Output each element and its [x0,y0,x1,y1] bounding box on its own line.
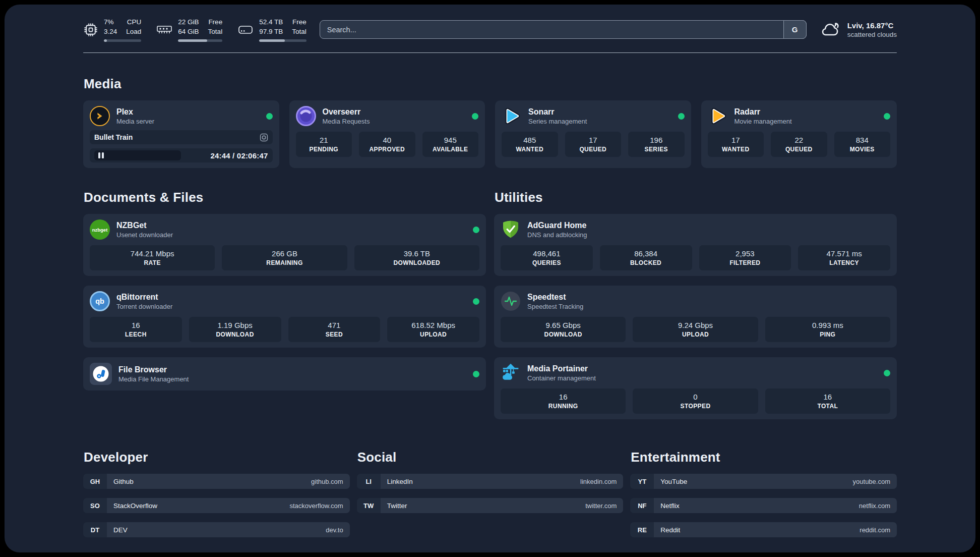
app-subtitle: Media Requests [323,118,370,125]
disk-stat-widget: 52.4 TB 97.9 TB Free Total [237,18,307,42]
stat-tile: 1.19 Gbps DOWNLOAD [189,317,281,342]
search-input[interactable] [320,20,807,39]
stat-value: 17 [731,136,740,144]
adguard-icon [501,219,521,240]
section-title-media: Media [84,76,897,92]
stat-tile: 16 TOTAL [765,388,890,414]
link-tag: YT [630,474,654,489]
overseerr-icon [296,106,316,126]
stat-tile: 21 PENDING [296,132,352,157]
sonarr-card[interactable]: Sonarr Series management 485 WANTED 17 Q… [495,100,691,168]
disk-stat-body: 52.4 TB 97.9 TB Free Total [259,18,307,42]
pause-icon[interactable] [98,152,104,158]
stat-label: WANTED [516,146,543,153]
app-title: qBittorrent [116,293,172,302]
link-netflix[interactable]: NF Netflix netflix.com [630,498,897,513]
section-utilities: Utilities [494,190,897,419]
stat-label: UPLOAD [420,331,447,338]
app-subtitle: DNS and adblocking [527,231,587,239]
stat-value: 9.65 Gbps [546,321,581,329]
overseerr-card[interactable]: Overseerr Media Requests 21 PENDING 40 A… [289,100,485,168]
link-url: netflix.com [859,502,890,510]
seek-bar[interactable] [94,150,181,160]
app-title: Plex [116,107,154,117]
stat-tile: 485 WANTED [502,132,558,157]
radarr-card[interactable]: Radarr Movie management 17 WANTED 22 QUE… [701,100,897,168]
stat-value: 266 GB [272,249,297,258]
search-engine-button[interactable]: G [783,20,807,39]
stat-label: MOVIES [850,146,875,153]
system-stats: 7% 3.24 CPU Load [83,18,307,42]
app-subtitle: Movie management [734,118,792,125]
stat-tile: 266 GB REMAINING [222,245,347,270]
stat-value: 485 [523,136,536,144]
filebrowser-card[interactable]: File Browser Media File Management [83,357,486,391]
stat-label: REMAINING [266,259,302,266]
link-twitter[interactable]: TW Twitter twitter.com [357,498,624,513]
stat-tile: 834 MOVIES [834,132,891,157]
section-title-social: Social [357,450,624,465]
stat-value: 498,461 [533,249,560,258]
speedtest-card[interactable]: Speedtest Speedtest Tracking 9.65 Gbps D… [494,286,897,348]
topbar: 7% 3.24 CPU Load [83,18,897,42]
stat-tile: 47.571 ms LATENCY [798,245,890,270]
status-online-dot [472,113,478,120]
stat-tile: 618.52 Mbps UPLOAD [387,317,479,342]
stat-value: 47.571 ms [827,249,862,258]
qbittorrent-card[interactable]: qb qBittorrent Torrent downloader 16 LEE… [83,286,486,348]
adguard-card[interactable]: AdGuard Home DNS and adblocking 498,461 … [494,214,897,276]
stat-value: 9.24 Gbps [678,321,713,329]
stat-tile: 0 STOPPED [633,388,758,414]
cpu-stat-body: 7% 3.24 CPU Load [104,18,141,42]
link-name: LinkedIn [387,478,413,485]
stat-label: AVAILABLE [433,146,468,153]
search-bar: G [320,20,807,39]
nzbget-icon: nzbget [90,219,110,240]
app-subtitle: Usenet downloader [116,231,173,239]
stat-tile: 498,461 QUERIES [501,245,593,270]
stat-tile: 9.65 Gbps DOWNLOAD [501,317,626,342]
disk-label-bottom: Total [292,27,307,37]
app-title: AdGuard Home [527,221,587,230]
stat-value: 196 [650,136,662,144]
radarr-icon [708,106,728,126]
link-reddit[interactable]: RE Reddit reddit.com [630,522,897,537]
link-dev[interactable]: DT DEV dev.to [83,522,350,537]
nzbget-card[interactable]: nzbget NZBGet Usenet downloader 744.21 M… [83,214,486,276]
status-online-dot [266,113,273,120]
stat-value: 86,384 [634,249,657,258]
stat-label: RATE [144,259,160,266]
stat-tile: 16 LEECH [90,317,182,342]
section-title-entertainment: Entertainment [631,450,897,465]
plex-now-playing-row: Bullet Train [90,130,273,144]
weather-location: Lviv, 16.87°C [847,21,897,30]
disk-progress-bar [259,39,307,42]
link-linkedin[interactable]: LI LinkedIn linkedin.com [357,474,624,489]
link-github[interactable]: GH Github github.com [83,474,350,489]
cpu-stat-widget: 7% 3.24 CPU Load [83,18,141,42]
stat-label: RUNNING [548,403,578,410]
link-youtube[interactable]: YT YouTube youtube.com [630,474,897,489]
stat-tile: 9.24 Gbps UPLOAD [633,317,758,342]
link-name: YouTube [660,478,687,485]
stat-label: BLOCKED [630,259,661,266]
link-name: StackOverflow [113,502,157,510]
section-title-developer: Developer [84,450,350,465]
app-subtitle: Series management [528,118,587,125]
app-title: Overseerr [323,107,370,117]
filebrowser-icon [90,363,112,385]
stat-value: 471 [328,321,340,329]
stat-value: 0 [693,393,697,401]
ram-icon [156,23,172,36]
link-tag: TW [357,498,381,513]
link-stackoverflow[interactable]: SO StackOverflow stackoverflow.com [83,498,350,513]
app-subtitle: Media server [116,118,154,125]
link-url: youtube.com [853,478,890,485]
portainer-card[interactable]: Media Portainer Container management 16 … [494,357,897,419]
app-title: NZBGet [116,221,173,230]
plex-card[interactable]: Plex Media server Bullet Train [83,100,279,168]
link-tag: SO [83,498,107,513]
disk-free-value: 52.4 TB [259,18,283,27]
now-playing-title: Bullet Train [94,133,133,141]
app-subtitle: Speedtest Tracking [527,303,583,310]
